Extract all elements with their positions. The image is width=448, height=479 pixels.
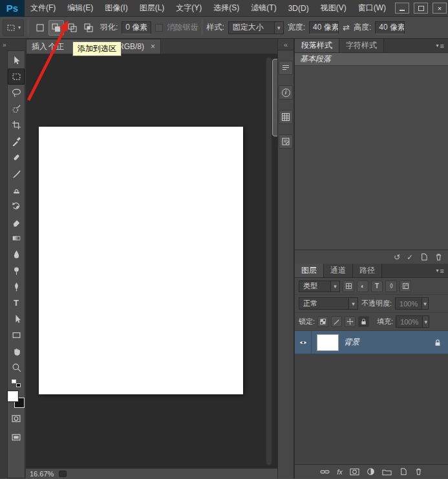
move-tool[interactable] [8, 52, 25, 69]
tab-character-styles[interactable]: 字符样式 [339, 39, 384, 52]
paragraph-panel-icon[interactable] [279, 61, 293, 75]
clone-stamp-tool[interactable] [8, 182, 25, 198]
filter-type-select[interactable]: 类型 ▾ [299, 281, 340, 292]
expand-panels-toggle[interactable]: « [278, 39, 293, 50]
tool-preset-picker[interactable]: ▾ [3, 19, 24, 36]
path-selection-tool[interactable] [8, 311, 25, 327]
adjustment-layer-icon[interactable] [367, 467, 375, 476]
quick-selection-tool[interactable] [8, 101, 25, 117]
layer-thumbnail[interactable] [317, 334, 339, 351]
opacity-input[interactable]: 100% ▾ [395, 297, 429, 310]
blend-mode-select[interactable]: 正常 ▾ [299, 297, 358, 310]
lasso-tool[interactable] [8, 85, 25, 101]
menu-item-2[interactable]: 图像(I) [99, 0, 133, 16]
properties-panel-icon[interactable] [279, 134, 293, 149]
toolbar: T [7, 50, 25, 478]
spot-healing-brush-tool[interactable] [8, 149, 25, 165]
close-button[interactable]: × [432, 3, 447, 14]
menu-item-3[interactable]: 图层(L) [134, 0, 171, 16]
minimize-button[interactable] [395, 3, 409, 14]
new-layer-icon[interactable] [399, 467, 407, 476]
restore-button[interactable] [414, 3, 428, 14]
height-input[interactable]: 40 像素 [375, 21, 405, 34]
delete-layer-icon[interactable] [414, 467, 423, 476]
layer-row-background[interactable]: 背景 [295, 331, 448, 354]
toolbar-collapse-toggle[interactable]: » [0, 39, 26, 50]
add-to-selection-button[interactable] [48, 20, 64, 36]
menu-item-8[interactable]: 视图(V) [315, 0, 352, 16]
layer-style-fx-icon[interactable]: fx [337, 468, 343, 476]
tab-channels[interactable]: 通道 [324, 264, 353, 277]
rectangle-tool[interactable] [8, 327, 25, 343]
history-brush-tool[interactable] [8, 198, 25, 214]
gradient-tool[interactable] [8, 230, 25, 246]
color-swatches[interactable] [8, 391, 25, 408]
filter-adjustment-button[interactable]: ◐ [357, 281, 368, 292]
separator [28, 20, 28, 36]
tab-paths[interactable]: 路径 [353, 264, 382, 277]
eyedropper-tool[interactable] [8, 133, 25, 149]
eraser-tool[interactable] [8, 214, 25, 230]
status-info-icon[interactable] [59, 471, 67, 477]
zoom-tool[interactable] [8, 359, 25, 376]
blur-tool[interactable] [8, 246, 25, 262]
menu-item-9[interactable]: 窗口(W) [352, 0, 392, 16]
crop-tool[interactable] [8, 117, 25, 133]
width-input[interactable]: 40 像素 [309, 21, 339, 34]
doc-close-icon[interactable]: × [151, 42, 155, 51]
info-panel-icon[interactable]: i [279, 85, 293, 100]
tab-paragraph-styles[interactable]: 段落样式 [295, 39, 339, 52]
quick-mask-button[interactable] [8, 410, 25, 427]
swatches-panel-icon[interactable] [279, 110, 293, 124]
rectangular-marquee-tool[interactable] [8, 69, 25, 85]
link-layers-icon[interactable] [320, 468, 330, 476]
filter-pixel-button[interactable] [343, 281, 354, 292]
style-select[interactable]: 固定大小 ▾ [228, 21, 284, 34]
style-value: 固定大小 [229, 22, 274, 33]
vertical-scrollbar[interactable] [266, 57, 272, 465]
panel-menu-icon[interactable]: ▾≡ [432, 264, 448, 277]
scrollbar-thumb[interactable] [272, 59, 277, 136]
horizontal-type-tool[interactable]: T [8, 295, 25, 311]
layer-visibility-toggle[interactable] [295, 331, 312, 354]
zoom-level[interactable]: 16.67% [30, 470, 54, 478]
intersect-selection-button[interactable] [81, 20, 96, 36]
filter-shape-button[interactable] [385, 281, 397, 292]
fill-input[interactable]: 100% ▾ [396, 315, 429, 328]
add-mask-icon[interactable] [350, 468, 359, 476]
menu-item-5[interactable]: 选择(S) [208, 0, 245, 16]
lock-position-button[interactable] [345, 316, 356, 327]
canvas-area[interactable] [26, 54, 277, 468]
menu-item-7[interactable]: 3D(D) [283, 0, 315, 16]
swap-dimensions-icon[interactable]: ⇄ [343, 23, 350, 32]
lock-pixels-button[interactable] [331, 316, 342, 327]
screen-mode-button[interactable] [8, 429, 25, 445]
pen-tool[interactable] [8, 279, 25, 295]
apply-check-icon[interactable]: ✓ [407, 253, 413, 261]
document-page[interactable] [39, 127, 243, 394]
default-colors-icon[interactable] [12, 379, 21, 387]
subtract-from-selection-button[interactable] [65, 20, 80, 36]
panel-menu-icon[interactable]: ▾≡ [432, 39, 448, 52]
new-selection-button[interactable] [32, 20, 48, 36]
lock-transparency-button[interactable] [317, 316, 328, 327]
new-style-icon[interactable] [420, 253, 428, 261]
filter-type-button[interactable]: T [371, 281, 383, 292]
brush-tool[interactable] [8, 165, 25, 182]
clear-override-icon[interactable]: ↺ [394, 253, 400, 261]
menu-item-6[interactable]: 滤镜(T) [245, 0, 282, 16]
lock-all-button[interactable] [358, 316, 369, 327]
antialias-checkbox[interactable] [155, 24, 163, 32]
menu-item-0[interactable]: 文件(F) [25, 0, 61, 16]
hand-tool[interactable] [8, 343, 25, 359]
feather-input[interactable]: 0 像素 [122, 21, 151, 34]
new-group-icon[interactable] [382, 468, 392, 476]
delete-style-icon[interactable] [434, 253, 443, 261]
tab-layers[interactable]: 图层 [295, 264, 324, 277]
dodge-tool[interactable] [8, 262, 25, 279]
menu-item-1[interactable]: 编辑(E) [61, 0, 99, 16]
filter-smart-object-button[interactable] [400, 281, 411, 292]
menu-item-4[interactable]: 文字(Y) [170, 0, 208, 16]
list-item-basic-paragraph[interactable]: 基本段落 [295, 53, 448, 66]
foreground-color-swatch[interactable] [8, 391, 18, 401]
